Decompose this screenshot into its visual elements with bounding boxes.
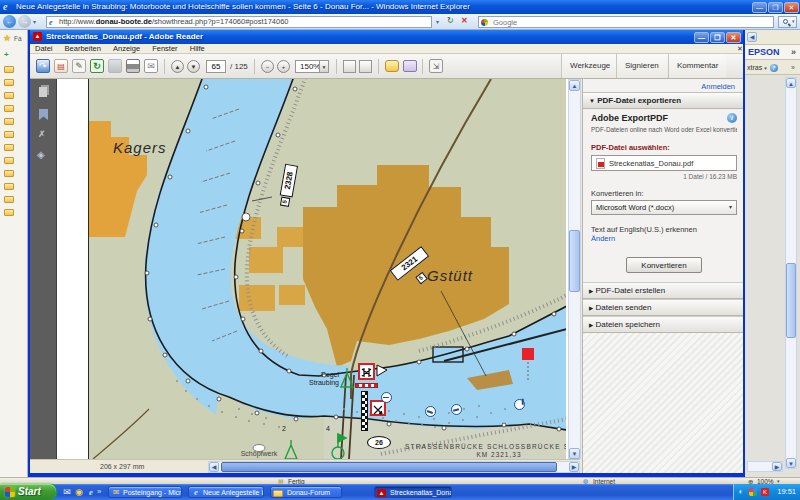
- favorite-folder-icon[interactable]: [4, 131, 14, 138]
- reader-hscroll-thumb[interactable]: [221, 462, 557, 472]
- task-button-neue-anlegestelle[interactable]: e Neue Anlegestelle in ...: [188, 486, 264, 498]
- reader-restore-button[interactable]: ❐: [710, 32, 725, 43]
- favorite-folder-icon[interactable]: [4, 170, 14, 177]
- zoom-level-box[interactable]: 150%▼: [295, 60, 329, 73]
- selected-file[interactable]: Streckenatlas_Donau.pdf: [591, 155, 737, 171]
- volume-icon[interactable]: ◖: [738, 484, 743, 500]
- history-dropdown-icon[interactable]: ▾: [33, 18, 36, 25]
- tray-app-icon[interactable]: [749, 488, 757, 496]
- overflow-chevron-icon[interactable]: »: [791, 60, 795, 75]
- ie-close-button[interactable]: ✕: [784, 2, 799, 13]
- menu-fenster[interactable]: Fenster: [152, 44, 177, 53]
- tab-werkzeuge[interactable]: Werkzeuge: [561, 54, 618, 78]
- extras-dropdown-icon[interactable]: ▾: [764, 65, 767, 71]
- panel-header[interactable]: ▼ PDF-Datei exportieren: [583, 92, 743, 109]
- scroll-right-icon[interactable]: ▶: [569, 462, 579, 472]
- sticky-note-icon[interactable]: [385, 60, 399, 72]
- quicklaunch-overflow-icon[interactable]: »: [97, 487, 101, 496]
- scroll-up-icon[interactable]: ▲: [786, 78, 796, 88]
- favorites-star-icon[interactable]: ★: [3, 33, 11, 43]
- search-options-icon[interactable]: ▾: [792, 18, 795, 24]
- tab-signieren[interactable]: Signieren: [616, 54, 667, 78]
- task-button-donau-forum[interactable]: Donau-Forum: [270, 486, 342, 498]
- add-favorite-icon[interactable]: +: [4, 50, 9, 59]
- antivirus-icon[interactable]: K: [761, 488, 769, 496]
- favorite-folder-icon[interactable]: [4, 105, 14, 112]
- scroll-down-icon[interactable]: ▼: [786, 458, 796, 468]
- search-go[interactable]: ▾: [778, 16, 797, 28]
- ie-scroll-thumb[interactable]: [786, 263, 796, 338]
- reader-close-button[interactable]: ✕: [726, 32, 741, 43]
- next-page-icon[interactable]: ▼: [187, 60, 200, 73]
- search-input[interactable]: [491, 17, 691, 27]
- collapse-left-icon[interactable]: ◀: [747, 32, 757, 42]
- reader-vertical-scrollbar[interactable]: ▲ ▼: [568, 79, 581, 459]
- menu-datei[interactable]: Datei: [35, 44, 53, 53]
- convert-button[interactable]: Konvertieren: [626, 257, 702, 273]
- quicklaunch-ie-icon[interactable]: e: [86, 487, 96, 497]
- scroll-mode-icon[interactable]: [343, 60, 356, 73]
- favorite-folder-icon[interactable]: [4, 79, 14, 86]
- favorite-folder-icon[interactable]: [4, 209, 14, 216]
- task-button-posteingang[interactable]: ✉ Posteingang - Micros...: [108, 486, 182, 498]
- tab-kommentar[interactable]: Kommentar: [668, 54, 726, 78]
- start-button[interactable]: Start: [0, 484, 56, 500]
- menu-bearbeiten[interactable]: Bearbeiten: [65, 44, 101, 53]
- print-icon[interactable]: [126, 59, 140, 73]
- scroll-right-icon[interactable]: ▶: [772, 462, 782, 471]
- favorite-folder-icon[interactable]: [4, 183, 14, 190]
- open-file-icon[interactable]: ↷: [36, 59, 50, 73]
- url-dropdown-icon[interactable]: ▾: [436, 18, 439, 25]
- page-thumbnails-icon[interactable]: [39, 87, 47, 97]
- bookmarks-icon[interactable]: [39, 109, 48, 120]
- change-language-link[interactable]: Ändern: [591, 234, 615, 243]
- format-select[interactable]: Microsoft Word (*.docx) ▾: [591, 200, 737, 215]
- section-store-files[interactable]: ▶ Dateien speichern: [583, 316, 743, 333]
- favorite-folder-icon[interactable]: [4, 196, 14, 203]
- page-number-input[interactable]: [207, 61, 225, 72]
- close-document-icon[interactable]: ✕: [737, 44, 743, 54]
- ie-vertical-scrollbar[interactable]: ▲ ▼: [785, 77, 797, 469]
- map-view[interactable]: Kagers Gstütt PegelStraubing SchöpfwerkS…: [88, 79, 566, 459]
- favorite-folder-icon[interactable]: [4, 66, 14, 73]
- export-pdf-icon[interactable]: ↻: [90, 59, 104, 73]
- zoom-in-icon[interactable]: +: [277, 60, 290, 73]
- back-button[interactable]: ←: [3, 15, 16, 28]
- highlight-icon[interactable]: [403, 60, 417, 72]
- cloud-document-icon[interactable]: ▤: [54, 59, 68, 73]
- fill-sign-icon[interactable]: ✎: [72, 59, 86, 73]
- favorite-folder-icon[interactable]: [4, 118, 14, 125]
- section-send-files[interactable]: ▶ Dateien senden: [583, 299, 743, 316]
- info-icon[interactable]: i: [727, 113, 737, 123]
- ie-minimize-button[interactable]: —: [752, 2, 767, 13]
- scroll-down-icon[interactable]: ▼: [569, 448, 580, 459]
- zoom-out-icon[interactable]: −: [261, 60, 274, 73]
- menu-anzeige[interactable]: Anzeige: [113, 44, 140, 53]
- favorite-folder-icon[interactable]: [4, 144, 14, 151]
- forward-button[interactable]: →: [18, 15, 31, 28]
- single-page-icon[interactable]: [359, 60, 372, 73]
- refresh-icon[interactable]: ↻: [447, 14, 454, 28]
- task-button-streckenatlas[interactable]: ▲ Streckenatlas_Donau...: [374, 486, 452, 498]
- quicklaunch-outlook-icon[interactable]: ◉: [74, 487, 84, 497]
- overflow-chevron-icon[interactable]: »: [791, 45, 796, 60]
- section-create-pdf[interactable]: ▶ PDF-Datei erstellen: [583, 282, 743, 299]
- sign-in-link[interactable]: Anmelden: [701, 82, 735, 91]
- favorite-folder-icon[interactable]: [4, 92, 14, 99]
- quicklaunch-mail-icon[interactable]: ✉: [62, 487, 72, 497]
- email-icon[interactable]: ✉: [144, 59, 158, 73]
- signatures-icon[interactable]: ✗: [38, 129, 46, 139]
- layers-icon[interactable]: ◈: [37, 149, 45, 160]
- menu-hilfe[interactable]: Hilfe: [190, 44, 205, 53]
- ie-horizontal-scrollbar[interactable]: ▶: [747, 461, 783, 472]
- reader-minimize-button[interactable]: —: [694, 32, 709, 43]
- scroll-left-icon[interactable]: ◀: [209, 462, 219, 472]
- previous-page-icon[interactable]: ▲: [171, 60, 184, 73]
- reader-horizontal-scrollbar[interactable]: ◀ ▶: [208, 461, 580, 473]
- favorite-folder-icon[interactable]: [4, 157, 14, 164]
- extras-menu[interactable]: xtras: [747, 64, 762, 71]
- ie-restore-button[interactable]: ❐: [768, 2, 783, 13]
- fullscreen-icon[interactable]: ⇲: [429, 59, 443, 73]
- url-field[interactable]: e http://www.donau-boote.de/showthread.p…: [46, 16, 432, 28]
- stop-icon[interactable]: ✕: [461, 14, 468, 28]
